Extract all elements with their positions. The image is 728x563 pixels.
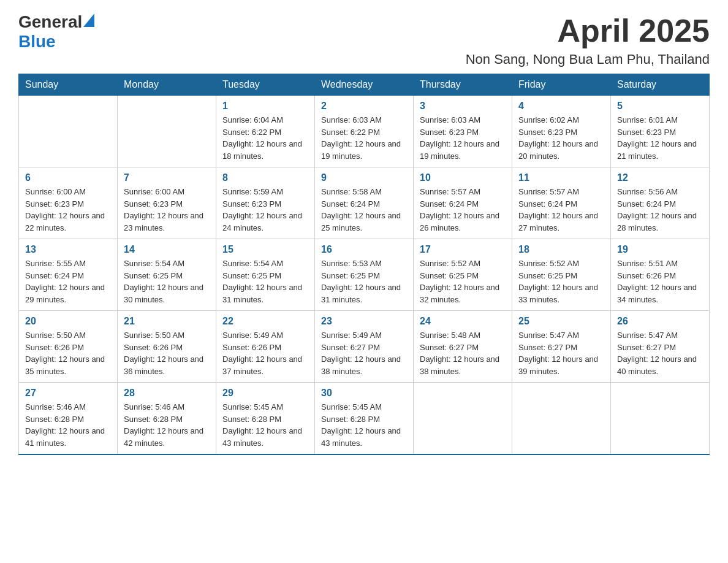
day-info: Sunrise: 6:00 AMSunset: 6:23 PMDaylight:… [25,186,111,234]
calendar-cell: 4Sunrise: 6:02 AMSunset: 6:23 PMDaylight… [512,96,611,167]
day-number: 12 [617,172,703,183]
calendar-cell: 24Sunrise: 5:48 AMSunset: 6:27 PMDayligh… [414,311,512,383]
header-tuesday: Tuesday [216,74,315,96]
calendar-cell: 14Sunrise: 5:54 AMSunset: 6:25 PMDayligh… [118,239,216,311]
calendar-cell: 27Sunrise: 5:46 AMSunset: 6:28 PMDayligh… [19,383,118,455]
calendar-cell: 30Sunrise: 5:45 AMSunset: 6:28 PMDayligh… [315,383,414,455]
day-number: 13 [25,244,111,255]
calendar-cell: 10Sunrise: 5:57 AMSunset: 6:24 PMDayligh… [414,167,512,239]
calendar-cell: 2Sunrise: 6:03 AMSunset: 6:22 PMDaylight… [315,96,414,167]
day-number: 23 [321,316,407,327]
day-info: Sunrise: 5:57 AMSunset: 6:24 PMDaylight:… [518,186,604,234]
day-number: 10 [420,172,506,183]
calendar-cell: 19Sunrise: 5:51 AMSunset: 6:26 PMDayligh… [611,239,710,311]
day-info: Sunrise: 5:51 AMSunset: 6:26 PMDaylight:… [617,258,703,305]
day-info: Sunrise: 6:02 AMSunset: 6:23 PMDaylight:… [518,114,604,162]
day-number: 22 [222,316,308,327]
day-number: 16 [321,244,407,255]
day-info: Sunrise: 5:45 AMSunset: 6:28 PMDaylight:… [222,401,308,449]
day-info: Sunrise: 5:59 AMSunset: 6:23 PMDaylight:… [222,186,308,234]
day-number: 26 [617,316,703,327]
header-saturday: Saturday [611,74,710,96]
day-number: 5 [617,101,703,112]
day-info: Sunrise: 5:52 AMSunset: 6:25 PMDaylight:… [518,258,604,305]
week-row-1: 1Sunrise: 6:04 AMSunset: 6:22 PMDaylight… [19,96,710,167]
day-info: Sunrise: 5:49 AMSunset: 6:26 PMDaylight:… [222,329,308,377]
week-row-4: 20Sunrise: 5:50 AMSunset: 6:26 PMDayligh… [19,311,710,383]
day-info: Sunrise: 5:46 AMSunset: 6:28 PMDaylight:… [25,401,111,449]
day-info: Sunrise: 5:54 AMSunset: 6:25 PMDaylight:… [222,258,308,305]
day-number: 4 [518,101,604,112]
header-row: SundayMondayTuesdayWednesdayThursdayFrid… [19,74,710,96]
day-number: 1 [222,101,308,112]
month-year-title: April 2025 [466,12,710,49]
day-number: 8 [222,172,308,183]
logo: General Blue [18,12,96,52]
calendar-cell [19,96,118,167]
day-info: Sunrise: 5:45 AMSunset: 6:28 PMDaylight:… [321,401,407,449]
day-number: 6 [25,172,111,183]
day-number: 15 [222,244,308,255]
calendar-cell: 16Sunrise: 5:53 AMSunset: 6:25 PMDayligh… [315,239,414,311]
calendar-cell: 3Sunrise: 6:03 AMSunset: 6:23 PMDaylight… [414,96,512,167]
day-info: Sunrise: 6:00 AMSunset: 6:23 PMDaylight:… [124,186,210,234]
calendar-cell: 20Sunrise: 5:50 AMSunset: 6:26 PMDayligh… [19,311,118,383]
calendar-cell: 7Sunrise: 6:00 AMSunset: 6:23 PMDaylight… [118,167,216,239]
day-number: 17 [420,244,506,255]
calendar-cell: 13Sunrise: 5:55 AMSunset: 6:24 PMDayligh… [19,239,118,311]
day-info: Sunrise: 6:03 AMSunset: 6:23 PMDaylight:… [420,114,506,162]
day-info: Sunrise: 5:56 AMSunset: 6:24 PMDaylight:… [617,186,703,234]
header-monday: Monday [118,74,216,96]
day-number: 20 [25,316,111,327]
day-info: Sunrise: 5:48 AMSunset: 6:27 PMDaylight:… [420,329,506,377]
calendar-cell [512,383,611,455]
header-sunday: Sunday [19,74,118,96]
day-info: Sunrise: 5:47 AMSunset: 6:27 PMDaylight:… [617,329,703,377]
day-number: 7 [124,172,210,183]
calendar-table: SundayMondayTuesdayWednesdayThursdayFrid… [18,74,710,455]
header-thursday: Thursday [414,74,512,96]
calendar-cell [611,383,710,455]
calendar-cell: 25Sunrise: 5:47 AMSunset: 6:27 PMDayligh… [512,311,611,383]
day-info: Sunrise: 5:55 AMSunset: 6:24 PMDaylight:… [25,258,111,305]
calendar-cell: 23Sunrise: 5:49 AMSunset: 6:27 PMDayligh… [315,311,414,383]
day-number: 29 [222,388,308,399]
day-info: Sunrise: 6:03 AMSunset: 6:22 PMDaylight:… [321,114,407,162]
logo-blue-text: Blue [18,32,56,52]
calendar-cell [118,96,216,167]
calendar-cell: 9Sunrise: 5:58 AMSunset: 6:24 PMDaylight… [315,167,414,239]
day-number: 25 [518,316,604,327]
calendar-cell: 28Sunrise: 5:46 AMSunset: 6:28 PMDayligh… [118,383,216,455]
page-header: General Blue April 2025 Non Sang, Nong B… [18,12,710,67]
day-info: Sunrise: 5:52 AMSunset: 6:25 PMDaylight:… [420,258,506,305]
calendar-cell: 21Sunrise: 5:50 AMSunset: 6:26 PMDayligh… [118,311,216,383]
day-number: 3 [420,101,506,112]
day-info: Sunrise: 5:50 AMSunset: 6:26 PMDaylight:… [124,329,210,377]
day-info: Sunrise: 5:57 AMSunset: 6:24 PMDaylight:… [420,186,506,234]
calendar-cell: 11Sunrise: 5:57 AMSunset: 6:24 PMDayligh… [512,167,611,239]
day-info: Sunrise: 5:49 AMSunset: 6:27 PMDaylight:… [321,329,407,377]
day-number: 19 [617,244,703,255]
day-number: 18 [518,244,604,255]
day-info: Sunrise: 5:54 AMSunset: 6:25 PMDaylight:… [124,258,210,305]
day-number: 11 [518,172,604,183]
calendar-cell: 22Sunrise: 5:49 AMSunset: 6:26 PMDayligh… [216,311,315,383]
day-info: Sunrise: 5:47 AMSunset: 6:27 PMDaylight:… [518,329,604,377]
week-row-3: 13Sunrise: 5:55 AMSunset: 6:24 PMDayligh… [19,239,710,311]
day-info: Sunrise: 5:46 AMSunset: 6:28 PMDaylight:… [124,401,210,449]
calendar-cell: 17Sunrise: 5:52 AMSunset: 6:25 PMDayligh… [414,239,512,311]
calendar-cell: 5Sunrise: 6:01 AMSunset: 6:23 PMDaylight… [611,96,710,167]
day-number: 14 [124,244,210,255]
calendar-cell: 18Sunrise: 5:52 AMSunset: 6:25 PMDayligh… [512,239,611,311]
calendar-cell: 1Sunrise: 6:04 AMSunset: 6:22 PMDaylight… [216,96,315,167]
logo-general-text: General [18,12,82,32]
week-row-5: 27Sunrise: 5:46 AMSunset: 6:28 PMDayligh… [19,383,710,455]
day-number: 30 [321,388,407,399]
day-info: Sunrise: 6:04 AMSunset: 6:22 PMDaylight:… [222,114,308,162]
title-area: April 2025 Non Sang, Nong Bua Lam Phu, T… [466,12,710,67]
day-number: 2 [321,101,407,112]
day-number: 27 [25,388,111,399]
calendar-cell: 12Sunrise: 5:56 AMSunset: 6:24 PMDayligh… [611,167,710,239]
header-friday: Friday [512,74,611,96]
day-number: 28 [124,388,210,399]
